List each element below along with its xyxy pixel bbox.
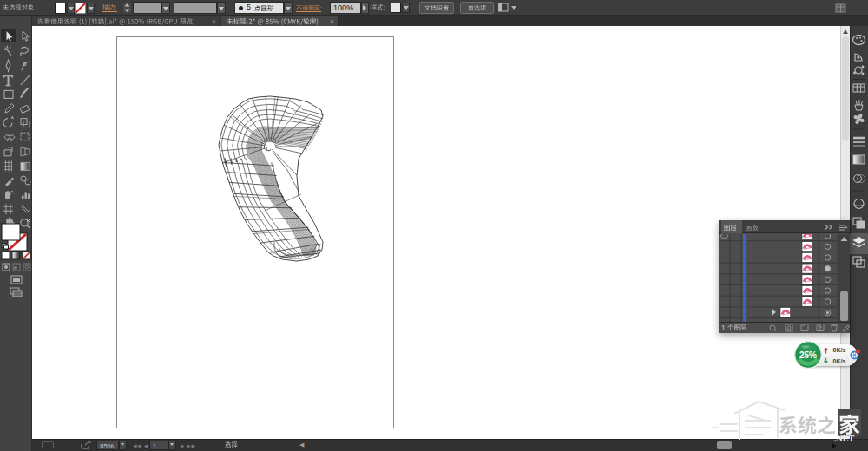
- svg-text:0K/s: 0K/s: [833, 347, 846, 353]
- svg-text:25%: 25%: [799, 350, 817, 360]
- svg-text:0K/s: 0K/s: [833, 358, 846, 364]
